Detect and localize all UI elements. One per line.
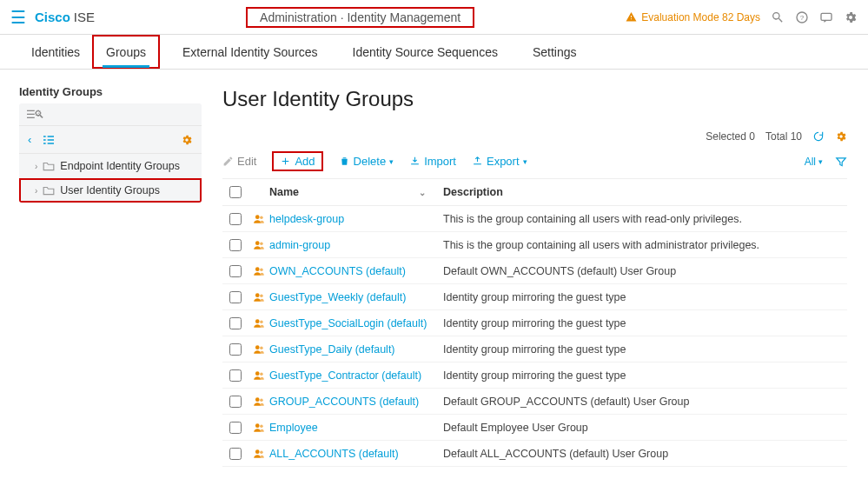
svg-point-13: [255, 345, 260, 349]
group-description: This is the group containing all users w…: [443, 239, 759, 251]
row-checkbox[interactable]: [229, 291, 242, 303]
svg-point-14: [260, 346, 263, 349]
sidebar-search[interactable]: ☰🔍︎: [19, 103, 202, 126]
group-name-link[interactable]: ALL_ACCOUNTS (default): [269, 448, 399, 460]
export-button[interactable]: Export ▾: [472, 155, 527, 168]
tab-settings[interactable]: Settings: [520, 35, 589, 69]
row-checkbox[interactable]: [229, 213, 242, 225]
tree-view-icon[interactable]: [42, 135, 56, 145]
table-row: GuestType_Contractor (default)Identity g…: [222, 363, 847, 389]
back-icon[interactable]: ‹: [28, 133, 31, 146]
row-checkbox[interactable]: [229, 239, 242, 251]
refresh-icon[interactable]: [812, 130, 825, 143]
svg-point-6: [260, 242, 263, 245]
table-header: Name ⌄ Description: [222, 178, 847, 206]
filter-icon[interactable]: [835, 156, 847, 168]
sidebar-toolbar: ‹: [19, 126, 202, 154]
all-label: All: [805, 156, 816, 168]
all-filter[interactable]: All ▾: [805, 156, 823, 168]
tree-item-label: User Identity Groups: [60, 184, 160, 196]
row-checkbox[interactable]: [229, 396, 242, 408]
group-description: Identity group mirroring the guest type: [443, 317, 626, 329]
table-row: ALL_ACCOUNTS (default)Default ALL_ACCOUN…: [222, 441, 847, 467]
group-name-link[interactable]: Employee: [269, 422, 318, 434]
evaluation-banner[interactable]: Evaluation Mode 82 Days: [626, 11, 760, 23]
plus-icon: [280, 156, 291, 167]
page-title: User Identity Groups: [222, 87, 847, 111]
folder-icon: [43, 185, 55, 196]
row-checkbox[interactable]: [229, 448, 242, 460]
select-all-checkbox[interactable]: [229, 186, 242, 198]
group-description: Identity group mirroring the guest type: [443, 291, 626, 303]
group-name-link[interactable]: helpdesk-group: [269, 213, 344, 225]
search-icon[interactable]: [771, 10, 785, 24]
row-checkbox[interactable]: [229, 422, 242, 434]
sidebar-tree: ›Endpoint Identity Groups›User Identity …: [19, 154, 202, 203]
svg-point-9: [255, 293, 260, 297]
content-area: User Identity Groups Selected 0 Total 10…: [202, 70, 868, 479]
warning-icon: [626, 11, 637, 23]
sort-icon: ⌄: [419, 188, 426, 197]
tab-identity-source-sequences[interactable]: Identity Source Sequences: [341, 35, 510, 69]
folder-icon: [43, 161, 55, 171]
search-icon: ☰🔍︎: [26, 109, 43, 121]
group-icon: [253, 213, 265, 225]
group-name-link[interactable]: GuestType_SocialLogin (default): [269, 317, 427, 329]
svg-point-10: [260, 294, 263, 297]
column-name[interactable]: Name ⌄: [269, 186, 443, 198]
product-name: ISE: [74, 10, 95, 24]
table-row: admin-groupThis is the group containing …: [222, 232, 847, 258]
svg-point-8: [260, 268, 263, 271]
column-description[interactable]: Description: [443, 186, 847, 198]
svg-point-17: [255, 397, 260, 402]
svg-text:?: ?: [800, 14, 805, 22]
gear-icon[interactable]: [181, 134, 193, 146]
svg-point-22: [260, 450, 263, 454]
tab-identities[interactable]: Identities: [19, 35, 92, 69]
tab-external-identity-sources[interactable]: External Identity Sources: [170, 35, 330, 69]
hamburger-icon[interactable]: ☰: [10, 7, 26, 28]
summary-row: Selected 0 Total 10: [222, 130, 847, 143]
chevron-down-icon: ▾: [389, 157, 394, 166]
group-icon: [253, 239, 265, 251]
edit-label: Edit: [237, 155, 256, 168]
edit-button[interactable]: Edit: [222, 155, 256, 168]
export-label: Export: [487, 155, 520, 168]
feedback-icon[interactable]: [819, 10, 833, 24]
table-gear-icon[interactable]: [835, 130, 847, 143]
sidebar-panel: ☰🔍︎ ‹ ›Endpoint Identity Groups›User Ide…: [19, 103, 202, 203]
group-name-link[interactable]: GROUP_ACCOUNTS (default): [269, 396, 419, 408]
column-name-label: Name: [269, 186, 299, 198]
import-label: Import: [424, 155, 456, 168]
group-name-link[interactable]: GuestType_Daily (default): [269, 343, 395, 356]
row-checkbox[interactable]: [229, 343, 242, 356]
import-button[interactable]: Import: [409, 155, 456, 168]
group-description: Default GROUP_ACCOUNTS (default) User Gr…: [443, 396, 689, 408]
tab-groups[interactable]: Groups: [92, 35, 160, 69]
breadcrumb: Administration · Identity Management: [246, 7, 474, 28]
gear-icon[interactable]: [844, 10, 858, 24]
tree-item-endpoint-identity-groups[interactable]: ›Endpoint Identity Groups: [19, 154, 202, 178]
brand-logo: Cisco: [35, 10, 70, 24]
group-name-link[interactable]: GuestType_Weekly (default): [269, 291, 406, 303]
group-icon: [253, 265, 265, 277]
svg-point-7: [255, 267, 260, 271]
svg-point-11: [255, 319, 260, 323]
chevron-right-icon: ›: [35, 186, 37, 196]
column-desc-label: Description: [443, 186, 503, 198]
add-button[interactable]: Add: [272, 151, 322, 171]
tree-item-user-identity-groups[interactable]: ›User Identity Groups: [19, 178, 202, 203]
table-row: OWN_ACCOUNTS (default)Default OWN_ACCOUN…: [222, 258, 847, 284]
delete-button[interactable]: Delete ▾: [339, 155, 394, 168]
group-name-link[interactable]: GuestType_Contractor (default): [269, 369, 421, 382]
group-name-link[interactable]: admin-group: [269, 239, 330, 251]
help-icon[interactable]: ?: [795, 10, 809, 24]
table-row: GuestType_Daily (default)Identity group …: [222, 336, 847, 363]
group-description: Default OWN_ACCOUNTS (default) User Grou…: [443, 265, 676, 277]
row-checkbox[interactable]: [229, 265, 242, 277]
table-row: GuestType_Weekly (default)Identity group…: [222, 284, 847, 310]
group-name-link[interactable]: OWN_ACCOUNTS (default): [269, 265, 406, 277]
row-checkbox[interactable]: [229, 317, 242, 329]
svg-point-5: [255, 241, 260, 245]
row-checkbox[interactable]: [229, 369, 242, 382]
